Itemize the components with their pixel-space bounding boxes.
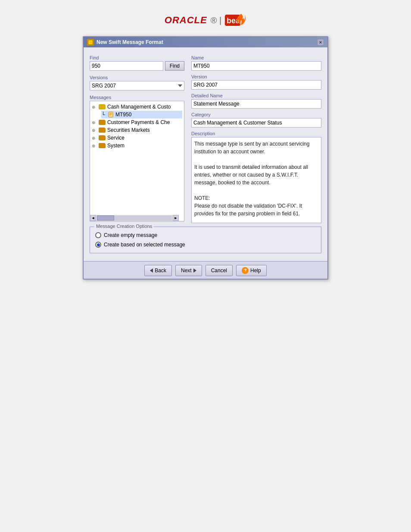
cancel-label: Cancel bbox=[211, 268, 227, 274]
logo-divider: ® | bbox=[211, 16, 222, 25]
message-creation-section: Message Creation Options Create empty me… bbox=[90, 227, 321, 253]
tree-child-mt950: └ MT950 bbox=[92, 111, 182, 118]
radio-selected-btn[interactable] bbox=[95, 242, 101, 248]
folder-service-icon bbox=[99, 135, 106, 140]
description-label: Description bbox=[191, 131, 321, 136]
tree-item-cash[interactable]: ⊕ Cash Management & Custo bbox=[92, 103, 182, 111]
radio-selected-label: Create based on selected message bbox=[104, 242, 185, 248]
tree-item-customer[interactable]: ⊕ Customer Payments & Che bbox=[92, 118, 182, 126]
tree-item-securities[interactable]: ⊕ Securities Markets bbox=[92, 126, 182, 134]
expand-system: ⊕ bbox=[92, 143, 97, 148]
svg-rect-3 bbox=[89, 42, 92, 42]
tree-label-system: System bbox=[107, 143, 125, 149]
find-button[interactable]: Find bbox=[165, 61, 184, 71]
folder-cash-icon bbox=[99, 104, 106, 109]
expand-securities: ⊕ bbox=[92, 128, 97, 133]
tree-item-mt950[interactable]: └ MT950 bbox=[101, 111, 182, 118]
tree-label-service: Service bbox=[107, 135, 125, 141]
new-swift-dialog: New Swift Message Format × Find Find Ver… bbox=[83, 36, 328, 280]
tree-scrollbar[interactable]: ◄ ► bbox=[90, 215, 179, 221]
next-button[interactable]: Next bbox=[175, 265, 202, 276]
tree-label-mt950: MT950 bbox=[115, 112, 131, 118]
desc-para3: NOTE:Please do not disable the validatio… bbox=[194, 194, 318, 218]
category-label: Category bbox=[191, 112, 321, 117]
help-button[interactable]: ? Help bbox=[236, 265, 267, 276]
close-button[interactable]: × bbox=[317, 39, 324, 46]
find-input[interactable] bbox=[90, 61, 163, 71]
bea-logo-svg: bea bbox=[225, 13, 246, 28]
next-label: Next bbox=[181, 268, 192, 274]
svg-rect-4 bbox=[109, 112, 113, 117]
versions-label: Versions bbox=[90, 75, 184, 80]
radio-dot bbox=[97, 243, 100, 246]
category-input[interactable] bbox=[191, 118, 321, 128]
desc-para2: It is used to transmit detailed informat… bbox=[194, 163, 318, 187]
tree-item-service[interactable]: ⊕ Service bbox=[92, 134, 182, 142]
tree-item-system[interactable]: ⊕ System bbox=[92, 142, 182, 149]
main-columns: Find Find Versions SRG 2007 SRG 2006 SRG… bbox=[90, 52, 321, 223]
tree-label-securities: Securities Markets bbox=[107, 127, 150, 133]
help-icon: ? bbox=[242, 267, 249, 274]
titlebar-left: New Swift Message Format bbox=[87, 39, 163, 46]
tree-label-customer: Customer Payments & Che bbox=[107, 119, 170, 125]
buttons-row: Back Next Cancel ? Help bbox=[84, 261, 327, 279]
dialog-title: New Swift Message Format bbox=[97, 39, 163, 45]
expand-cash: ⊕ bbox=[92, 105, 97, 109]
cancel-button[interactable]: Cancel bbox=[206, 265, 233, 276]
expand-customer: ⊕ bbox=[92, 120, 97, 125]
expand-service: ⊕ bbox=[92, 136, 97, 140]
scroll-track[interactable] bbox=[97, 215, 172, 221]
versions-select[interactable]: SRG 2007 SRG 2006 SRG 2005 bbox=[90, 81, 184, 90]
scroll-thumb[interactable] bbox=[97, 215, 114, 221]
mt950-doc-icon bbox=[108, 112, 114, 118]
scroll-left-arrow[interactable]: ◄ bbox=[90, 215, 96, 221]
right-column: Name Version Detailed Name Category Desc… bbox=[191, 52, 321, 223]
back-label: Back bbox=[155, 268, 166, 274]
help-label: Help bbox=[250, 268, 261, 274]
back-button[interactable]: Back bbox=[144, 265, 172, 276]
folder-securities-icon bbox=[99, 128, 106, 133]
left-column: Find Find Versions SRG 2007 SRG 2006 SRG… bbox=[90, 52, 184, 223]
detailed-name-label: Detailed Name bbox=[191, 93, 321, 98]
logo-area: ORACLE ® | bea bbox=[165, 13, 246, 28]
description-box: This message type is sent by an account … bbox=[191, 137, 321, 223]
bea-logo: bea bbox=[225, 13, 246, 28]
messages-tree[interactable]: ⊕ Cash Management & Custo └ MT950 bbox=[90, 101, 184, 221]
radio-option-empty[interactable]: Create empty message bbox=[95, 230, 316, 240]
mt950-indent: └ bbox=[101, 112, 106, 118]
find-row: Find bbox=[90, 61, 184, 71]
version-label: Version bbox=[191, 74, 321, 79]
find-label: Find bbox=[90, 55, 184, 60]
radio-empty-btn[interactable] bbox=[95, 232, 101, 238]
name-input[interactable] bbox=[191, 61, 321, 71]
mt950-icon-row: MT950 bbox=[108, 112, 131, 118]
next-icon bbox=[193, 268, 196, 273]
section-legend: Message Creation Options bbox=[94, 224, 154, 229]
desc-para1: This message type is sent by an account … bbox=[194, 140, 318, 156]
radio-empty-label: Create empty message bbox=[104, 232, 157, 238]
name-label: Name bbox=[191, 55, 321, 60]
folder-customer-icon bbox=[99, 120, 106, 125]
radio-option-selected[interactable]: Create based on selected message bbox=[95, 240, 316, 249]
messages-label: Messages bbox=[90, 95, 184, 100]
dialog-body: Find Find Versions SRG 2007 SRG 2006 SRG… bbox=[84, 47, 327, 261]
version-input[interactable] bbox=[191, 80, 321, 90]
dialog-titlebar: New Swift Message Format × bbox=[84, 37, 327, 47]
folder-system-icon bbox=[99, 143, 106, 148]
window-icon bbox=[87, 39, 94, 46]
tree-label-cash: Cash Management & Custo bbox=[107, 104, 171, 110]
detailed-name-input[interactable] bbox=[191, 99, 321, 109]
oracle-logo: ORACLE bbox=[165, 15, 207, 26]
scroll-right-arrow[interactable]: ► bbox=[173, 215, 179, 221]
back-icon bbox=[150, 268, 153, 273]
